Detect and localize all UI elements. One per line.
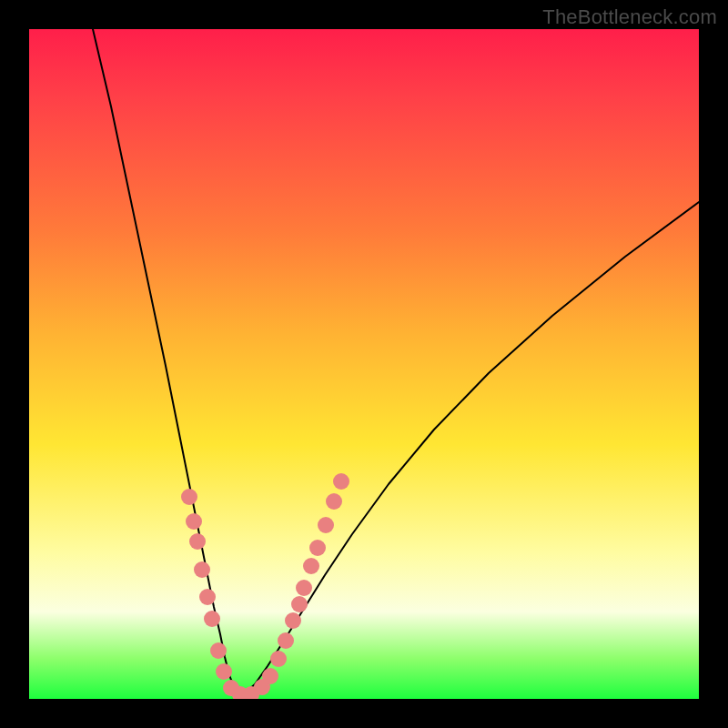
watermark-text: TheBottleneck.com xyxy=(542,5,717,29)
curve-right xyxy=(242,202,699,695)
plot-area xyxy=(29,29,699,699)
svg-point-4 xyxy=(199,589,216,605)
svg-point-1 xyxy=(186,513,202,530)
svg-point-13 xyxy=(270,651,287,667)
svg-point-0 xyxy=(181,489,197,505)
svg-point-7 xyxy=(216,663,232,680)
curve-left xyxy=(93,29,242,695)
svg-point-20 xyxy=(318,517,334,533)
svg-point-17 xyxy=(296,580,312,596)
svg-point-5 xyxy=(204,611,220,627)
svg-point-18 xyxy=(303,558,319,574)
svg-point-22 xyxy=(333,473,349,490)
svg-point-21 xyxy=(326,493,342,510)
svg-point-15 xyxy=(285,612,301,629)
svg-point-6 xyxy=(210,642,227,659)
outer-frame: TheBottleneck.com xyxy=(0,0,728,728)
svg-point-19 xyxy=(309,540,326,556)
svg-point-2 xyxy=(189,533,206,550)
chart-svg xyxy=(29,29,699,699)
svg-point-14 xyxy=(278,632,294,649)
svg-point-12 xyxy=(262,668,278,684)
svg-point-3 xyxy=(194,561,210,578)
dot-cluster xyxy=(181,473,349,699)
svg-point-16 xyxy=(291,596,308,612)
